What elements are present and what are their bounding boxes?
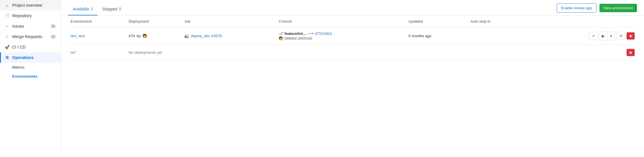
sidebar-item-project-overview[interactable]: ⌂ Project overview	[0, 0, 61, 10]
env-name-cell: dev_test	[68, 27, 126, 45]
col-commit: Commit	[276, 16, 406, 27]
branch-icon: ⎇	[279, 31, 283, 36]
environments-content: Environment Deployment Job Commit Update…	[61, 16, 644, 157]
operations-icon: ⚙	[5, 55, 9, 60]
retry-button[interactable]: ↺	[616, 32, 625, 40]
commit-cell: ⎇ feature/int… ⟶ d7523db3 🧑 Deleted ssh/…	[276, 27, 406, 45]
external-link-button[interactable]: ↗	[589, 32, 598, 40]
commit-arrow: ⟶	[308, 31, 314, 36]
top-actions: Enable review app New environment	[557, 3, 637, 15]
table-row: re7 No deployments yet ■	[68, 45, 637, 60]
branch-name: feature/int…	[284, 31, 307, 36]
sidebar: ⌂ Project overview 📄 Repository ○ Issues…	[0, 0, 61, 157]
deployment-number: #74	[129, 34, 135, 38]
main-content: Available 2 Stopped 0 Enable review app …	[61, 0, 644, 157]
sidebar-sub-item-environments[interactable]: Environments	[0, 72, 61, 81]
commit-hash-link[interactable]: d7523db3	[315, 31, 332, 36]
sidebar-item-operations[interactable]: ⚙ Operations	[0, 52, 61, 63]
col-job: Job	[182, 16, 276, 27]
sidebar-item-label: Issues	[12, 24, 24, 28]
deploy-action-group: ▶ ▾	[599, 32, 615, 40]
environments-table: Environment Deployment Job Commit Update…	[68, 16, 637, 60]
auto-stop-in-cell	[468, 27, 523, 45]
table-row: dev_test #74 by 🧑 🚛 deploy_dev #3679	[68, 27, 637, 45]
sidebar-item-label: Operations	[12, 55, 34, 60]
sidebar-item-label: Project overview	[12, 3, 42, 8]
env-name-cell: re7	[68, 45, 126, 60]
tab-stopped-count: 0	[119, 7, 121, 11]
job-emoji: 🚛	[184, 34, 189, 38]
home-icon: ⌂	[5, 3, 9, 8]
sidebar-sub-item-metrics[interactable]: Metrics	[0, 63, 61, 72]
deployment-avatar: 🧑	[142, 34, 147, 38]
sidebar-item-label: CI / CD	[12, 45, 26, 49]
col-auto-stop-in: Auto stop in	[468, 16, 523, 27]
play-button[interactable]: ▶	[599, 32, 607, 40]
sidebar-item-merge-requests[interactable]: ⑂ Merge Requests 0	[0, 31, 61, 42]
tab-available[interactable]: Available 2	[68, 4, 98, 15]
job-cell: 🚛 deploy_dev #3679	[182, 27, 276, 45]
table-header: Environment Deployment Job Commit Update…	[68, 16, 637, 27]
enable-review-app-button[interactable]: Enable review app	[557, 3, 597, 13]
issue-icon: ○	[5, 24, 9, 28]
col-actions	[523, 16, 637, 27]
chevron-down-button[interactable]: ▾	[608, 32, 615, 40]
no-deployments-text: No deployments yet	[129, 50, 162, 55]
actions-cell: ↗ ▶ ▾ ↺ ■	[523, 27, 637, 45]
table-body: dev_test #74 by 🧑 🚛 deploy_dev #3679	[68, 27, 637, 60]
top-bar: Available 2 Stopped 0 Enable review app …	[61, 0, 644, 16]
sidebar-item-label: Merge Requests	[12, 34, 42, 39]
sidebar-item-ci-cd[interactable]: 🚀 CI / CD	[0, 42, 61, 52]
issues-badge: 0	[50, 24, 56, 28]
stop-button[interactable]: ■	[627, 32, 635, 40]
env-name-link[interactable]: dev_test	[70, 34, 85, 38]
deployment-by: by	[137, 34, 141, 38]
sidebar-sub-item-label: Environments	[12, 74, 38, 78]
new-environment-button[interactable]: New environment	[599, 4, 637, 12]
tab-available-label: Available	[73, 7, 89, 11]
environment-tabs: Available 2 Stopped 0	[68, 4, 126, 15]
sidebar-item-repository[interactable]: 📄 Repository	[0, 10, 61, 21]
col-environment: Environment	[68, 16, 126, 27]
updated-cell: 5 months ago	[406, 27, 468, 45]
sidebar-sub-item-label: Metrics	[12, 65, 24, 69]
book-icon: 📄	[5, 13, 9, 18]
job-link[interactable]: deploy_dev #3679	[191, 34, 222, 38]
col-updated: Updated	[406, 16, 468, 27]
cicd-icon: 🚀	[5, 45, 9, 49]
tab-available-count: 2	[91, 7, 93, 11]
re7-actions-cell: ■	[523, 45, 637, 60]
sidebar-item-issues[interactable]: ○ Issues 0	[0, 21, 61, 31]
tab-stopped[interactable]: Stopped 0	[98, 4, 126, 15]
commit-author-avatar: 🧑	[279, 36, 283, 40]
sidebar-item-label: Repository	[12, 13, 32, 18]
env-name-link[interactable]: re7	[70, 50, 76, 55]
mr-badge: 0	[50, 35, 56, 39]
deployment-cell: #74 by 🧑	[126, 27, 182, 45]
commit-message-text: Deleted ssh/hosts	[284, 36, 312, 40]
merge-icon: ⑂	[5, 34, 9, 39]
col-deployment: Deployment	[126, 16, 182, 27]
tab-stopped-label: Stopped	[102, 7, 117, 11]
no-deploy-cell: No deployments yet	[126, 45, 523, 60]
stop-button[interactable]: ■	[627, 49, 635, 56]
